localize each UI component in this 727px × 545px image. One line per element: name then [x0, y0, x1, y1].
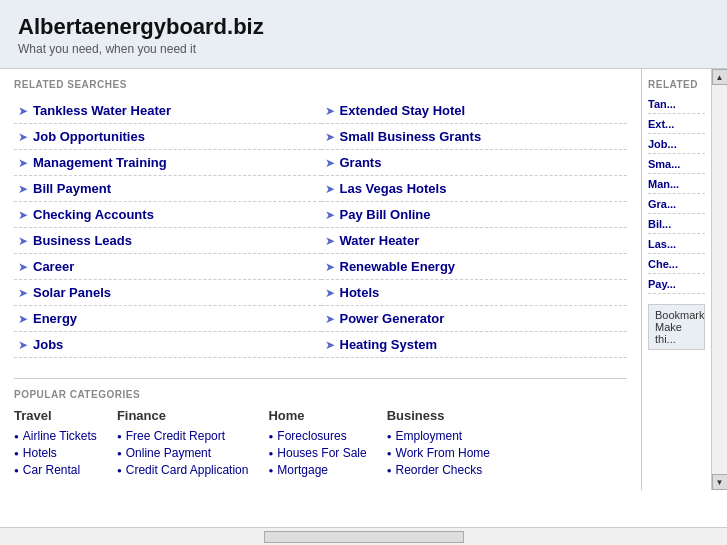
left-link-row: ➤Job Opportunities: [14, 124, 321, 150]
category-title: Finance: [117, 408, 249, 423]
category-link[interactable]: Airline Tickets: [23, 429, 97, 443]
sidebar-link[interactable]: Job...: [648, 138, 705, 154]
popular-categories-section: POPULAR CATEGORIES Travel●Airline Ticket…: [14, 378, 627, 480]
bullet-icon: ●: [268, 466, 273, 475]
left-link-row: ➤Tankless Water Heater: [14, 98, 321, 124]
category-title: Business: [387, 408, 490, 423]
right-link[interactable]: Water Heater: [340, 233, 420, 248]
category-link[interactable]: Online Payment: [126, 446, 211, 460]
left-link-row: ➤Bill Payment: [14, 176, 321, 202]
bullet-icon: ●: [268, 449, 273, 458]
page-header: Albertaenergyboard.biz What you need, wh…: [0, 0, 727, 69]
right-link-row: ➤Grants: [321, 150, 628, 176]
bullet-icon: ●: [387, 466, 392, 475]
left-link[interactable]: Energy: [33, 311, 77, 326]
right-link[interactable]: Power Generator: [340, 311, 445, 326]
left-link[interactable]: Career: [33, 259, 74, 274]
left-link[interactable]: Jobs: [33, 337, 63, 352]
category-link[interactable]: Work From Home: [396, 446, 490, 460]
category-link[interactable]: Credit Card Application: [126, 463, 249, 477]
category-link[interactable]: Free Credit Report: [126, 429, 225, 443]
link-arrow-icon: ➤: [18, 156, 28, 170]
link-arrow-icon: ➤: [325, 182, 335, 196]
left-link[interactable]: Checking Accounts: [33, 207, 154, 222]
sidebar-link[interactable]: Tan...: [648, 98, 705, 114]
right-link[interactable]: Las Vegas Hotels: [340, 181, 447, 196]
link-arrow-icon: ➤: [325, 338, 335, 352]
link-arrow-icon: ➤: [325, 260, 335, 274]
left-link[interactable]: Tankless Water Heater: [33, 103, 171, 118]
scroll-up-btn[interactable]: ▲: [712, 69, 728, 85]
sidebar-link[interactable]: Man...: [648, 178, 705, 194]
list-item: ●Foreclosures: [268, 429, 366, 443]
link-arrow-icon: ➤: [325, 234, 335, 248]
category-link[interactable]: Employment: [396, 429, 463, 443]
link-arrow-icon: ➤: [325, 208, 335, 222]
category-link[interactable]: Foreclosures: [277, 429, 346, 443]
link-arrow-icon: ➤: [325, 286, 335, 300]
link-arrow-icon: ➤: [325, 104, 335, 118]
bullet-icon: ●: [117, 432, 122, 441]
bullet-icon: ●: [14, 466, 19, 475]
right-link-row: ➤Hotels: [321, 280, 628, 306]
link-arrow-icon: ➤: [18, 130, 28, 144]
category-link[interactable]: Car Rental: [23, 463, 80, 477]
category-column: Travel●Airline Tickets●Hotels●Car Rental: [14, 408, 97, 480]
list-item: ●Free Credit Report: [117, 429, 249, 443]
category-link[interactable]: Mortgage: [277, 463, 328, 477]
content-area: RELATED SEARCHES ➤Tankless Water Heater➤…: [0, 69, 641, 490]
bullet-icon: ●: [14, 432, 19, 441]
sidebar-link[interactable]: Gra...: [648, 198, 705, 214]
right-link[interactable]: Hotels: [340, 285, 380, 300]
left-link-row: ➤Solar Panels: [14, 280, 321, 306]
sidebar-link[interactable]: Pay...: [648, 278, 705, 294]
list-item: ●Work From Home: [387, 446, 490, 460]
left-link[interactable]: Business Leads: [33, 233, 132, 248]
sidebar-link[interactable]: Bil...: [648, 218, 705, 234]
left-link[interactable]: Bill Payment: [33, 181, 111, 196]
scrollbar[interactable]: ▲ ▼: [711, 69, 727, 490]
right-link[interactable]: Heating System: [340, 337, 438, 352]
bookmark-area: Bookmark Make thi...: [648, 304, 705, 350]
site-title: Albertaenergyboard.biz: [18, 14, 709, 40]
right-links-col: ➤Extended Stay Hotel➤Small Business Gran…: [321, 98, 628, 358]
left-links-col: ➤Tankless Water Heater➤Job Opportunities…: [14, 98, 321, 358]
right-link-row: ➤Las Vegas Hotels: [321, 176, 628, 202]
scroll-down-btn[interactable]: ▼: [712, 474, 728, 490]
left-link-row: ➤Jobs: [14, 332, 321, 358]
bookmark-line1: Bookmark: [655, 309, 698, 321]
right-link[interactable]: Extended Stay Hotel: [340, 103, 466, 118]
left-link[interactable]: Management Training: [33, 155, 167, 170]
right-link-row: ➤Extended Stay Hotel: [321, 98, 628, 124]
sidebar-link[interactable]: Che...: [648, 258, 705, 274]
category-link[interactable]: Hotels: [23, 446, 57, 460]
right-link-row: ➤Power Generator: [321, 306, 628, 332]
bullet-icon: ●: [268, 432, 273, 441]
link-arrow-icon: ➤: [18, 208, 28, 222]
category-link[interactable]: Houses For Sale: [277, 446, 366, 460]
sidebar-link[interactable]: Ext...: [648, 118, 705, 134]
link-arrow-icon: ➤: [325, 130, 335, 144]
right-link-row: ➤Small Business Grants: [321, 124, 628, 150]
right-link[interactable]: Renewable Energy: [340, 259, 456, 274]
link-arrow-icon: ➤: [325, 312, 335, 326]
left-link[interactable]: Solar Panels: [33, 285, 111, 300]
left-link[interactable]: Job Opportunities: [33, 129, 145, 144]
category-link[interactable]: Reorder Checks: [396, 463, 483, 477]
link-arrow-icon: ➤: [325, 156, 335, 170]
sidebar-link[interactable]: Las...: [648, 238, 705, 254]
right-link[interactable]: Small Business Grants: [340, 129, 482, 144]
right-link-row: ➤Pay Bill Online: [321, 202, 628, 228]
category-title: Home: [268, 408, 366, 423]
sidebar-link[interactable]: Sma...: [648, 158, 705, 174]
right-link[interactable]: Pay Bill Online: [340, 207, 431, 222]
link-arrow-icon: ➤: [18, 312, 28, 326]
list-item: ●Online Payment: [117, 446, 249, 460]
category-column: Business●Employment●Work From Home●Reord…: [387, 408, 490, 480]
bullet-icon: ●: [117, 466, 122, 475]
right-link[interactable]: Grants: [340, 155, 382, 170]
list-item: ●Mortgage: [268, 463, 366, 477]
links-columns: ➤Tankless Water Heater➤Job Opportunities…: [14, 98, 627, 358]
link-arrow-icon: ➤: [18, 182, 28, 196]
left-link-row: ➤Business Leads: [14, 228, 321, 254]
